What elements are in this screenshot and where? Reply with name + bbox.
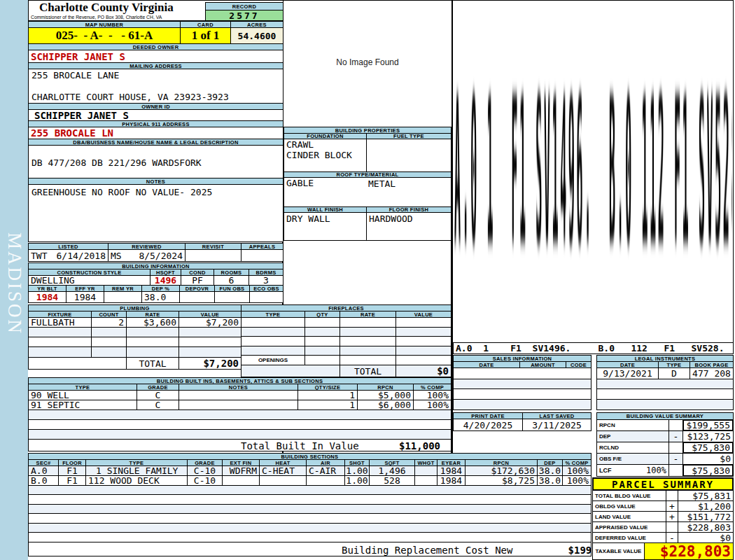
plumbing-count: 2 <box>91 317 127 328</box>
builtins-row-qty: 1 <box>298 390 358 400</box>
listed-by: TWT <box>31 251 47 261</box>
ps-value: $75,831 <box>678 490 734 501</box>
physical-911-value: 255 BROCALE LN <box>28 127 284 139</box>
bs-row-floor: F1 <box>58 475 86 486</box>
vs-op <box>668 419 683 431</box>
fireplaces-empty-row <box>396 327 451 337</box>
fireplaces-empty-row <box>304 336 340 346</box>
dep-value: 38.0 <box>141 291 180 303</box>
fireplaces-empty-row <box>241 327 305 337</box>
plumbing-empty-row <box>28 346 92 358</box>
vs-label: DEP <box>596 430 669 442</box>
bs-row-type: 1 SINGLE FAMILY <box>85 465 188 476</box>
bs-row-eyear: 1984 <box>437 465 465 476</box>
vs-lcf-pct: 100% <box>646 465 666 475</box>
foundation-line1: CRAWL <box>286 139 314 150</box>
bs-row-heat <box>259 475 307 486</box>
bs-row-rpcn: $8,725 <box>465 475 538 486</box>
fireplaces-openings-label: OPENINGS <box>241 355 305 365</box>
listed-value: TWT6/14/2018 <box>28 249 108 262</box>
vs-label-lcf: LCF 100% <box>596 464 669 477</box>
bs-row-sec: B.0 <box>28 475 59 486</box>
builtins-row-grade: C <box>136 400 179 410</box>
builtins-total-row: Total Built In Value $11,000 <box>28 439 451 451</box>
record-number: 2577 <box>205 10 284 21</box>
fireplaces-total-value: $0 <box>396 365 451 377</box>
sketch-panel: A.0 1 F1 SV1496. B.0 112 F1 SV528. <box>453 0 734 343</box>
yrblt-value: 1984 <box>28 291 66 303</box>
fireplaces-empty-row <box>340 327 396 337</box>
bs-row-comp: 100% <box>562 465 592 476</box>
vs-op <box>668 464 683 477</box>
map-number-value: 025- - A- - - 61-A <box>28 27 181 44</box>
reviewed-value: MS8/5/2024 <box>108 249 186 262</box>
vs-label: RPCN <box>596 419 669 431</box>
remyr-value <box>104 291 142 303</box>
revisit-value <box>185 249 241 262</box>
plumbing-empty-row <box>126 327 179 337</box>
ps-label: DEFERRED VALUE <box>592 532 666 543</box>
county-watermark: MADISON <box>4 232 25 335</box>
depovr-value <box>179 291 215 303</box>
fireplaces-empty-row <box>396 346 451 356</box>
legal-row-type: D <box>658 368 690 379</box>
fireplaces-empty-row <box>304 317 340 328</box>
bs-row-extfin: WDFRM <box>222 465 260 476</box>
fireplaces-empty-row <box>340 336 396 346</box>
sales-empty-row <box>453 399 592 410</box>
vs-op: - <box>668 453 683 465</box>
bs-row-air <box>306 475 345 486</box>
fireplaces-empty-row <box>304 346 340 356</box>
print-date-value: 4/20/2025 <box>453 419 523 431</box>
commissioner-line: Commissioner of the Revenue, PO Box 308,… <box>31 15 162 20</box>
bs-empty-row <box>28 513 592 524</box>
builtins-row-rpcn: $6,000 <box>357 400 414 410</box>
last-saved-value: 3/11/2025 <box>522 419 592 431</box>
plumbing-empty-row <box>28 327 92 337</box>
bs-row-sec: A.0 <box>28 465 59 476</box>
ps-op: + <box>666 511 678 522</box>
plumbing-total-blank <box>28 357 127 370</box>
bs-empty-row <box>28 523 592 533</box>
ps-op: - <box>666 532 678 543</box>
bs-row-shgt: 1.00 <box>344 475 370 486</box>
fireplaces-empty-row <box>340 317 396 328</box>
listed-date: 6/14/2018 <box>57 251 106 261</box>
builtins-row-notes <box>178 390 298 400</box>
ps-value: $228,803 <box>678 522 734 533</box>
fireplaces-empty-row <box>241 346 305 356</box>
builtins-row-rpcn: $5,000 <box>357 390 414 400</box>
bs-row-sqft: 528 <box>369 475 415 486</box>
fireplaces-empty-row <box>241 336 305 346</box>
bs-empty-row <box>28 504 592 514</box>
vs-op <box>668 442 683 454</box>
builtins-row-qty: 1 <box>298 400 358 410</box>
legal-empty-row <box>596 388 734 400</box>
plumbing-fixture: FULLBATH <box>28 317 92 328</box>
vs-label: OBS F/E <box>596 453 669 465</box>
card-value: 1 of 1 <box>180 27 231 44</box>
ecoobs-value <box>249 291 284 303</box>
footer-row: Building Replacement Cost New $199,555 <box>28 542 592 556</box>
fireplaces-empty-row <box>340 346 396 356</box>
plumbing-empty-row <box>178 327 241 337</box>
fireplaces-openings-qty <box>304 355 340 365</box>
wall-finish-box: DRY WALL <box>284 212 367 241</box>
legal-empty-row <box>596 379 734 389</box>
dba-value: DB 477/208 DB 221/296 WARDSFORK <box>31 158 202 168</box>
bs-row-sqft: 1,496 <box>369 465 415 476</box>
plumbing-value: $7,200 <box>178 317 241 328</box>
fireplaces-total-blank <box>241 365 340 377</box>
footer-value: $199,555 <box>529 545 592 556</box>
bs-row-heat: C-HEAT <box>259 465 307 476</box>
ps-value: $0 <box>678 532 734 543</box>
roof-box: GABLE METAL <box>284 177 451 207</box>
builtins-total-value: $11,000 <box>386 440 440 451</box>
builtins-empty-row <box>28 419 451 430</box>
hsqft-value: 1496 <box>150 275 181 286</box>
bs-row-shgt: 1.00 <box>344 465 370 476</box>
bs-empty-row <box>28 494 592 505</box>
fuel-type-box <box>366 139 451 172</box>
bs-row-extfin <box>222 475 260 486</box>
mailing-line2: CHARLOTTE COURT HOUSE, VA 23923-3923 <box>31 92 229 102</box>
